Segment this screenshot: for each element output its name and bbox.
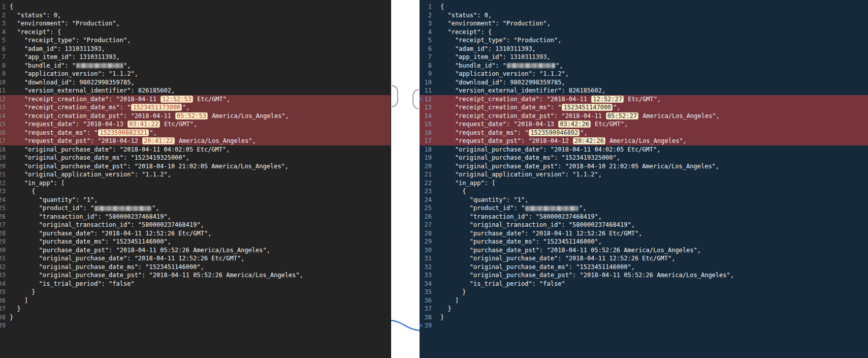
code-text: } <box>435 288 868 296</box>
code-text: "receipt": { <box>7 28 391 37</box>
code-line: 24 "quantity": "1", <box>420 196 868 204</box>
code-line: 5 "receipt_type": "Production", <box>0 36 391 45</box>
code-text: "original_transaction_id": "580000237468… <box>7 221 391 229</box>
code-text: } <box>435 313 868 322</box>
code-text: "bundle_id": "", <box>435 62 868 70</box>
code-text: "transaction_id": "580000237468419", <box>435 213 868 221</box>
line-number: 16 <box>420 129 435 137</box>
code-line-changed: 15 "request_date": "2018-04-13 03:41:22 … <box>0 120 391 129</box>
code-text: "original_purchase_date": "2018-04-11 04… <box>435 145 868 154</box>
line-number: 14 <box>420 112 435 121</box>
line-number: 15 <box>420 120 435 129</box>
line-number: 12 <box>0 95 7 104</box>
changed-token: 03:41:22 <box>127 121 160 128</box>
code-line: 9 "application_version": "1.1.2", <box>0 70 391 78</box>
line-number: 5 <box>0 36 7 45</box>
line-number: 2 <box>0 11 7 20</box>
redacted-value <box>507 63 555 68</box>
line-number: 29 <box>420 237 435 246</box>
code-text: "in_app": [ <box>435 179 868 188</box>
left-diff-panel[interactable]: 1{2 "status": 0,3 "environment": "Produc… <box>0 0 391 358</box>
connector-bracket-left <box>392 85 398 107</box>
line-number: 8 <box>420 62 435 70</box>
code-text: "status": 0, <box>7 11 391 20</box>
code-text: "status": 0, <box>435 11 868 20</box>
line-number: 11 <box>0 86 7 95</box>
code-line-changed: 12 "receipt_creation_date": "2018-04-11 … <box>0 95 391 104</box>
code-line: 4 "receipt": { <box>0 28 391 37</box>
code-line: 20 "original_purchase_date_pst": "2018-0… <box>420 162 868 171</box>
code-text: "version_external_identifier": 826185602… <box>7 86 391 95</box>
right-diff-panel[interactable]: 1{2 "status": 0,3 "environment": "Produc… <box>420 0 868 358</box>
line-number: 17 <box>420 137 435 145</box>
code-line: 32 "original_purchase_date_ms": "1523451… <box>420 263 868 272</box>
code-line: 4 "receipt": { <box>420 28 868 37</box>
code-text: "receipt_creation_date_ms": "15234511730… <box>7 103 391 112</box>
code-line: 11 "version_external_identifier": 826185… <box>0 86 391 95</box>
code-line: 9 "application_version": "1.1.2", <box>420 70 868 78</box>
diff-chevron-icon: < <box>420 95 423 104</box>
code-line: 7 "app_item_id": 1310311393, <box>0 53 391 62</box>
code-line: 30 "purchase_date_pst": "2018-04-11 05:5… <box>420 246 868 255</box>
code-line: 7 "app_item_id": 1310311393, <box>420 53 868 62</box>
line-number: 18 <box>0 145 7 154</box>
code-line-changed: 16 "request_date_ms": "1523590882321", <box>0 129 391 137</box>
code-line: 33 "original_purchase_date_pst": "2018-0… <box>420 271 868 280</box>
line-number: 23 <box>0 187 7 196</box>
code-text: { <box>435 187 868 196</box>
code-line: 39< <box>420 321 868 330</box>
line-number: 7 <box>420 53 435 62</box>
code-line: 27 "original_transaction_id": "580000237… <box>420 221 868 229</box>
line-number: 22 <box>0 179 7 188</box>
code-text: "request_date_ms": "1523590946892", <box>435 129 868 137</box>
code-text: "product_id": "", <box>435 204 868 213</box>
line-number: 7 <box>0 53 7 62</box>
changed-token: 1523590882321 <box>98 129 149 136</box>
line-number: 37 <box>0 305 7 313</box>
line-number: 16 <box>0 129 7 137</box>
line-number: 26 <box>420 213 435 221</box>
code-line: 8 "bundle_id": "", <box>0 62 391 70</box>
line-number: 1 <box>420 3 435 11</box>
code-line: 19 "original_purchase_date_ms": "1523419… <box>0 154 391 162</box>
code-text: "request_date_pst": "2018-04-12 20:41:22… <box>7 137 391 145</box>
line-number: 39< <box>420 321 435 330</box>
line-number: 31 <box>420 254 435 263</box>
line-number: 27 <box>420 221 435 229</box>
line-number: 1 <box>0 3 7 11</box>
code-line: 33 "original_purchase_date_pst": "2018-0… <box>0 271 391 280</box>
line-number: 29 <box>0 237 7 246</box>
code-text: "environment": "Production", <box>7 19 391 28</box>
code-text <box>7 321 391 330</box>
line-number: 28 <box>0 229 7 238</box>
code-line: 37 } <box>420 305 868 313</box>
code-text: "purchase_date_ms": "1523451146000", <box>435 237 868 246</box>
line-number: 6 <box>420 45 435 53</box>
line-number: 19 <box>0 154 7 162</box>
line-number: 34 <box>0 280 7 288</box>
code-line-changed: 13 "receipt_creation_date_ms": "15234511… <box>420 103 868 112</box>
code-line: 3 "environment": "Production", <box>0 19 391 28</box>
code-line: 6 "adam_id": 1310311393, <box>420 45 868 53</box>
line-number: 37 <box>420 305 435 313</box>
changed-token: 1523451173000 <box>131 104 182 111</box>
code-text: "original_purchase_date_ms": "1523451146… <box>435 263 868 272</box>
code-text: { <box>7 187 391 196</box>
code-text: "request_date": "2018-04-13 03:41:22 Etc… <box>7 120 391 129</box>
code-line: 38} <box>420 313 868 322</box>
code-line: 10 "download_id": 98022998359785, <box>0 78 391 87</box>
code-text: "adam_id": 1310311393, <box>435 45 868 53</box>
code-text: "download_id": 98022998359785, <box>7 78 391 87</box>
code-text: "version_external_identifier": 826185602… <box>435 86 868 95</box>
code-line: 39 <box>0 321 391 330</box>
changed-token: 03:42:26 <box>558 121 591 128</box>
code-line: 25 "product_id": "", <box>0 204 391 213</box>
code-line: 28 "purchase_date": "2018-04-11 12:52:26… <box>0 229 391 238</box>
line-number: 11 <box>420 86 435 95</box>
line-number: 4 <box>0 28 7 37</box>
line-number: 12< <box>420 95 435 104</box>
code-text: "purchase_date_ms": "1523451146000", <box>7 237 391 246</box>
code-text: "original_purchase_date_pst": "2018-04-1… <box>7 271 391 280</box>
code-line: 36 ] <box>0 296 391 305</box>
code-text: } <box>7 288 391 296</box>
